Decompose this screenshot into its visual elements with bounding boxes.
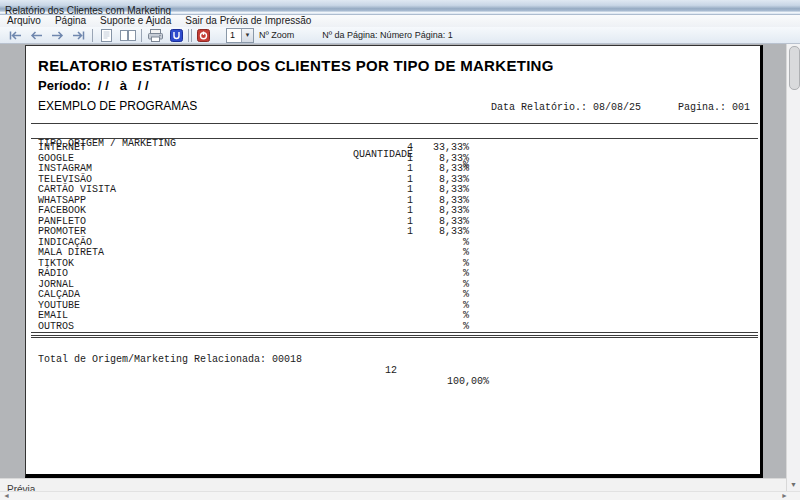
total-row: Total de Origem/Marketing Relacionada: 0… [26, 343, 760, 354]
statusbar: Prévia [0, 478, 786, 491]
rule-under-rows [31, 332, 758, 333]
total-qty: 12 [385, 365, 397, 376]
table-row: MALA DIRETA% [26, 247, 760, 258]
previous-page-button[interactable] [26, 28, 47, 43]
cell-name: MALA DIRETA [38, 247, 104, 258]
single-page-view-button[interactable] [96, 28, 117, 43]
menu-item-arquivo[interactable]: Arquivo [0, 15, 48, 27]
cell-qty: 1 [407, 174, 413, 185]
cell-pct: % [463, 289, 469, 300]
cell-name: INDICAÇÃO [38, 237, 92, 248]
cell-name: CARTÃO VISITA [38, 184, 116, 195]
cell-name: JORNAL [38, 279, 74, 290]
scrollbar-down-icon[interactable]: ▼ [787, 478, 800, 490]
cell-name: OUTROS [38, 321, 74, 332]
menu-item-suporte-e-ajuda[interactable]: Suporte e Ajuda [93, 15, 178, 27]
table-row: TELEVISÃO18,33% [26, 174, 760, 185]
menu-item-pagina[interactable]: Página [48, 15, 93, 27]
menubar: Arquivo Página Suporte e Ajuda Sair da P… [0, 15, 800, 27]
print-preview-area: RELATORIO ESTATÍSTICO DOS CLIENTES POR T… [0, 44, 786, 491]
cell-name: PROMOTER [38, 226, 86, 237]
cell-pct: 8,33% [439, 184, 469, 195]
cell-pct: % [463, 279, 469, 290]
table-row: RÁDIO% [26, 268, 760, 279]
toolbar-separator [92, 29, 93, 42]
last-page-icon [72, 31, 85, 40]
cell-name: TELEVISÃO [38, 174, 92, 185]
cell-pct: 8,33% [439, 153, 469, 164]
cell-pct: % [463, 321, 469, 332]
cell-name: CALÇADA [38, 289, 80, 300]
table-row: FACEBOOK18,33% [26, 205, 760, 216]
cell-name: FACEBOOK [38, 205, 86, 216]
chevron-down-icon[interactable]: ▼ [241, 29, 253, 42]
cell-pct: % [463, 268, 469, 279]
print-button[interactable] [145, 28, 166, 43]
report-title: RELATORIO ESTATÍSTICO DOS CLIENTES POR T… [38, 57, 554, 74]
vertical-scrollbar-thumb[interactable] [789, 46, 800, 90]
cell-pct: % [463, 300, 469, 311]
report-date: Data Relatório.: 08/08/25 [491, 102, 641, 113]
table-row: GOOGLE18,33% [26, 153, 760, 164]
table-rows: INTERNET433,33%GOOGLE18,33%INSTAGRAM18,3… [26, 142, 760, 331]
app-window: Relatório dos Clientes com Marketing Arq… [0, 0, 800, 500]
cell-pct: 8,33% [439, 205, 469, 216]
table-row: CARTÃO VISITA18,33% [26, 184, 760, 195]
cell-name: GOOGLE [38, 153, 74, 164]
cell-pct: 8,33% [439, 174, 469, 185]
cell-qty: 1 [407, 216, 413, 227]
double-rule [31, 335, 758, 338]
cell-qty: 1 [407, 163, 413, 174]
cell-qty: 4 [407, 142, 413, 153]
table-row: YOUTUBE% [26, 300, 760, 311]
cell-qty: 1 [407, 226, 413, 237]
cell-qty: 1 [407, 184, 413, 195]
scrollbar-left-icon[interactable]: ◄ [3, 492, 10, 500]
horizontal-scrollbar[interactable]: ◄ ► [0, 491, 800, 500]
cell-pct: 8,33% [439, 216, 469, 227]
cell-pct: 8,33% [439, 226, 469, 237]
cell-pct: % [463, 237, 469, 248]
table-row: EMAIL% [26, 310, 760, 321]
two-pages-icon [120, 29, 136, 42]
report-page: RELATORIO ESTATÍSTICO DOS CLIENTES POR T… [25, 45, 763, 478]
print-setup-button[interactable] [166, 28, 187, 43]
page-number-label: Nº da Página: Número Página: 1 [322, 30, 452, 40]
cell-name: RÁDIO [38, 268, 68, 279]
zoom-label: Nº Zoom [259, 30, 294, 40]
period-value: / / à / / [98, 78, 149, 93]
two-page-view-button[interactable] [117, 28, 138, 43]
period-label: Período: [38, 78, 91, 93]
cell-pct: 8,33% [439, 195, 469, 206]
last-page-button[interactable] [68, 28, 89, 43]
first-page-button[interactable] [5, 28, 26, 43]
report-period: Período: / / à / / [38, 78, 149, 93]
cell-pct: % [463, 258, 469, 269]
table-row: OUTROS% [26, 321, 760, 332]
table-header-row: TIPO ORIGEM / MARKETING QUANTIDADE % [26, 127, 760, 138]
toolbar-separator [191, 29, 192, 42]
first-page-icon [9, 31, 22, 40]
zoom-select[interactable]: 1 ▼ [226, 28, 254, 43]
cell-name: INSTAGRAM [38, 163, 92, 174]
rule-top [31, 123, 758, 124]
next-page-button[interactable] [47, 28, 68, 43]
cell-pct: 33,33% [433, 142, 469, 153]
total-pct: 100,00% [447, 376, 489, 387]
toolbar: 1 ▼ Nº Zoom Nº da Página: Número Página:… [0, 27, 800, 44]
menu-item-sair-da-previa[interactable]: Sair da Prévia de Impressão [178, 15, 318, 27]
cell-pct: 8,33% [439, 163, 469, 174]
report-page-number: Pagina.: 001 [678, 102, 750, 113]
cell-qty: 1 [407, 153, 413, 164]
cell-name: EMAIL [38, 310, 68, 321]
cell-pct: % [463, 310, 469, 321]
cell-name: YOUTUBE [38, 300, 80, 311]
vertical-scrollbar[interactable]: ▼ [786, 44, 800, 491]
close-preview-button[interactable] [193, 28, 214, 43]
table-row: INSTAGRAM18,33% [26, 163, 760, 174]
table-row: PANFLETO18,33% [26, 216, 760, 227]
next-page-icon [51, 31, 64, 40]
table-row: INTERNET433,33% [26, 142, 760, 153]
scrollbar-right-icon[interactable]: ► [781, 492, 788, 500]
titlebar: Relatório dos Clientes com Marketing [0, 0, 800, 15]
